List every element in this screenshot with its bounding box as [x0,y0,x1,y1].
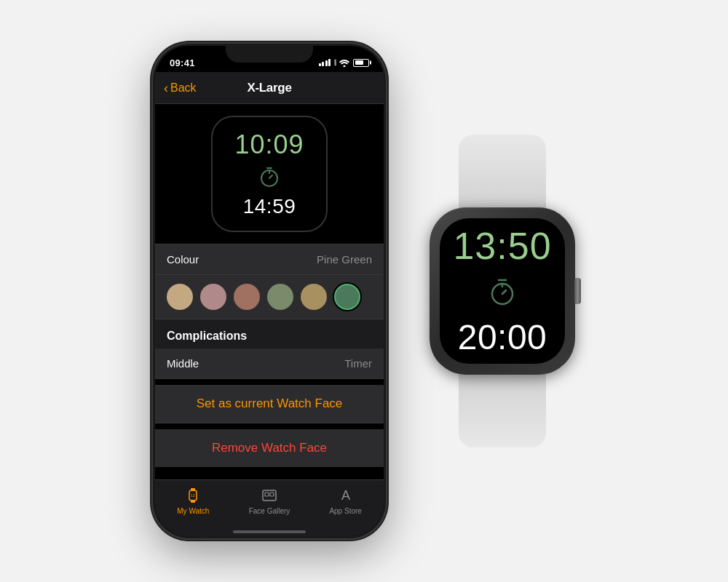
section-gap-2 [155,423,384,429]
svg-text:A: A [341,488,350,503]
swatch-pine-green[interactable] [334,284,360,310]
swatch-sage[interactable] [267,284,293,310]
svg-rect-6 [191,488,195,491]
middle-value: Timer [344,357,372,370]
back-label: Back [170,81,197,95]
back-button[interactable]: ‹ Back [164,81,197,95]
color-swatches-row [155,275,384,319]
timer-icon [258,166,281,189]
iphone-screen: 09:41 𝄂 [155,46,384,536]
watch-preview-card: 10:09 14:59 [211,116,328,232]
svg-rect-10 [265,493,269,496]
complications-header: Complications [155,319,384,348]
battery-icon [353,59,369,67]
tab-bar: 12 My Watch Face Gallery [155,479,384,532]
watch-preview-section: 10:09 14:59 [155,104,384,244]
middle-row[interactable]: Middle Timer [155,348,384,379]
svg-rect-11 [270,493,274,496]
swatch-tan[interactable] [167,284,193,310]
wifi-icon: 𝄂 [334,58,336,68]
my-watch-icon: 12 [183,486,202,505]
watch-case: 13:50 20:00 [430,207,575,375]
spacer [155,467,384,480]
svg-line-15 [502,290,506,294]
middle-label: Middle [167,357,199,370]
chevron-left-icon: ‹ [164,81,168,95]
signal-icon [319,59,331,66]
app-store-icon: A [336,486,355,505]
preview-countdown: 14:59 [243,195,296,218]
tab-my-watch[interactable]: 12 My Watch [167,486,218,515]
watch-countdown: 20:00 [458,320,547,355]
colour-value: Pine Green [317,253,372,266]
wifi-icon [339,59,349,67]
nav-title: X-Large [247,81,291,95]
watch-body: 13:50 20:00 [430,207,575,375]
watch-time: 13:50 [453,227,551,265]
scene: 09:41 𝄂 [0,0,728,582]
tab-face-gallery-label: Face Gallery [249,507,290,515]
watch-band-top [459,135,546,215]
remove-label: Remove Watch Face [212,441,327,455]
status-icons: 𝄂 [319,58,370,68]
apple-watch: 13:50 20:00 [430,207,575,375]
tab-app-store-label: App Store [329,507,361,515]
iphone-notch [226,44,313,63]
watch-timer-icon [486,276,518,308]
remove-button[interactable]: Remove Watch Face [155,429,384,467]
watch-crown [574,278,581,304]
set-current-label: Set as current Watch Face [197,396,343,411]
home-bar [233,530,306,533]
tab-my-watch-label: My Watch [177,507,209,515]
watch-screen: 13:50 20:00 [440,218,565,364]
preview-time: 10:09 [234,129,304,160]
svg-text:12: 12 [191,493,196,498]
nav-bar: ‹ Back X-Large [155,72,384,104]
set-current-button[interactable]: Set as current Watch Face [155,385,384,423]
colour-label: Colour [167,253,199,266]
complications-title: Complications [167,330,247,342]
home-indicator [155,532,384,536]
swatch-mauve[interactable] [200,284,226,310]
swatch-gold[interactable] [301,284,327,310]
swatch-brown[interactable] [234,284,260,310]
face-gallery-icon [260,486,279,505]
svg-line-3 [269,175,272,178]
tab-face-gallery[interactable]: Face Gallery [244,486,295,515]
tab-app-store[interactable]: A App Store [320,486,371,515]
svg-rect-7 [191,500,195,503]
iphone-device: 09:41 𝄂 [153,44,386,538]
svg-point-0 [344,65,346,67]
colour-row: Colour Pine Green [155,244,384,275]
status-time: 09:41 [170,57,195,68]
section-gap-1 [155,379,384,385]
watch-band-bottom [459,367,546,447]
